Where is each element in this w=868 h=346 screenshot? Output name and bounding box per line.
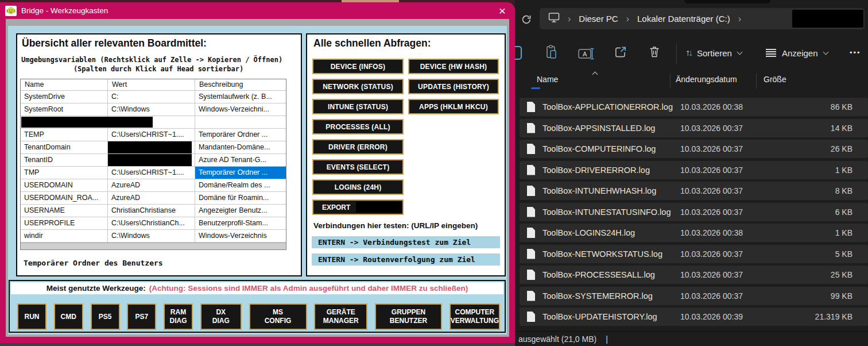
table-row[interactable]: TenantDomain Mandanten-Domäne... [21, 141, 286, 154]
breadcrumb-this-pc[interactable]: Dieser PC [579, 14, 618, 24]
title-bar[interactable]: Bridge - Werkzeugkasten × [0, 2, 515, 19]
table-row[interactable]: TEMP C:\Users\CHRIST~1.... Temporärer Or… [21, 129, 286, 141]
cell-beschreibung[interactable]: Domäne/Realm des ... [195, 179, 286, 191]
file-row[interactable]: ToolBox-PROCESSESALL.log 10.03.2026 00:3… [520, 266, 868, 284]
column-separator[interactable] [670, 74, 671, 89]
table-horizontal-scrollbar[interactable] [21, 243, 286, 249]
query-button[interactable]: INTUNE (STATUS) [312, 99, 404, 114]
cell-name[interactable]: USERDOMAIN [21, 179, 108, 191]
file-row[interactable]: ToolBox-INTUNEHWHASH.log 10.03.2026 00:3… [520, 182, 868, 200]
cell-name[interactable]: SystemRoot [21, 103, 108, 116]
cell-beschreibung[interactable]: Windows-Verzeichni... [195, 103, 286, 116]
cell-name[interactable]: USERDOMAIN_ROA... [21, 192, 108, 204]
breadcrumb-drive-c[interactable]: Lokaler Datenträger (C:) [637, 14, 730, 24]
query-button[interactable]: LOGINS (24H) [312, 179, 404, 195]
cell-name[interactable] [21, 116, 108, 128]
cell-wert[interactable]: C:\Users\ChristianCh... [108, 217, 195, 229]
query-button[interactable]: DEVICE (HW HASH) [408, 59, 499, 74]
query-button[interactable]: EVENTS (SELECT) [312, 159, 404, 175]
cell-wert[interactable]: C: [108, 91, 195, 103]
file-row[interactable]: ToolBox-UPDATEHISTORY.log 10.03.2026 00:… [520, 307, 868, 326]
file-row[interactable]: ToolBox-LOGINS24H.log 10.03.2026 00:38 1… [520, 224, 868, 242]
cell-name[interactable]: USERNAME [21, 205, 108, 217]
tool-button[interactable]: GRUPPEN BENUTZER [375, 303, 442, 330]
file-row[interactable]: ToolBox-DRIVERERROR.log 10.03.2026 00:37… [520, 161, 868, 179]
file-row[interactable]: ToolBox-NETWORKSTATUS.log 10.03.2026 00:… [520, 245, 868, 263]
query-button[interactable]: DRIVER (ERROR) [312, 139, 404, 155]
cell-wert[interactable]: AzureAD [108, 179, 195, 191]
tool-button[interactable]: RAM DIAG [164, 303, 193, 330]
tool-button[interactable]: GERÄTE MANAGER [314, 303, 367, 330]
tool-button[interactable]: PS7 [127, 303, 156, 330]
tool-button[interactable]: PS5 [91, 303, 120, 330]
cell-beschreibung[interactable]: Benutzerprofil-Stam... [195, 217, 286, 229]
query-button[interactable]: NETWORK (STATUS) [312, 79, 404, 94]
cell-wert[interactable]: C:\Windows [108, 103, 195, 116]
file-row[interactable]: ToolBox-COMPUTERINFO.log 10.03.2026 00:3… [520, 140, 868, 158]
route-trace-input[interactable]: ENTERN -> Routenverfolgung zum Ziel [312, 253, 500, 266]
copy-icon[interactable] [515, 46, 522, 60]
cell-wert[interactable]: C:\Users\CHRIST~1.... [108, 129, 195, 141]
query-button[interactable]: APPS (HKLM HKCU) [408, 99, 499, 114]
cell-wert[interactable]: AzureAD [108, 192, 195, 204]
address-bar[interactable]: › Dieser PC › Lokaler Datenträger (C:) › [540, 8, 865, 29]
file-row[interactable]: ToolBox-SYSTEMERROR.log 10.03.2026 00:37… [520, 287, 868, 305]
rename-icon[interactable]: A [578, 47, 595, 63]
more-options-icon[interactable]: ••• [850, 48, 861, 57]
column-header-wert[interactable]: Wert [108, 79, 195, 90]
table-row[interactable]: USERDOMAIN_ROA... AzureAD Domäne für Roa… [21, 192, 286, 205]
column-header-name[interactable]: Name [21, 79, 108, 90]
column-header-beschreibung[interactable]: Beschreibung [195, 79, 286, 90]
file-row[interactable]: ToolBox-APPLICATIONERROR.log 10.03.2026 … [520, 98, 868, 116]
delete-icon[interactable] [648, 45, 661, 62]
table-row[interactable]: USERNAME ChristianChristianse Angezeigte… [21, 205, 286, 217]
table-row[interactable] [21, 116, 286, 129]
table-row[interactable]: USERPROFILE C:\Users\ChristianCh... Benu… [21, 217, 286, 230]
file-column-date[interactable]: Änderungsdatum [676, 75, 737, 84]
cell-name[interactable]: TenantID [21, 154, 108, 166]
refresh-icon[interactable] [521, 14, 532, 25]
cell-name[interactable]: SystemDrive [21, 91, 108, 103]
cell-wert[interactable] [108, 154, 195, 166]
tool-button[interactable]: DX DIAG [200, 303, 242, 330]
cell-wert[interactable]: ChristianChristianse [108, 205, 195, 217]
cell-beschreibung[interactable]: Domäne für Roamin... [195, 192, 286, 204]
cell-beschreibung[interactable] [195, 116, 286, 128]
query-button[interactable]: UPDATES (HISTORY) [408, 79, 499, 94]
share-icon[interactable] [614, 45, 627, 61]
column-separator[interactable] [756, 74, 757, 89]
sort-button[interactable]: ↑↓ Sortieren [685, 45, 742, 61]
table-row[interactable]: windir C:\Windows Windows-Verzeichnis [21, 230, 286, 243]
file-column-size[interactable]: Größe [764, 75, 786, 84]
cell-wert[interactable]: C:\Users\CHRIST~1.... [108, 167, 195, 179]
cell-wert[interactable] [108, 141, 195, 153]
cell-beschreibung[interactable]: Temporärer Ordner ... [195, 167, 286, 179]
tool-button[interactable]: RUN [17, 303, 46, 330]
cell-name[interactable]: TMP [21, 167, 108, 179]
paste-icon[interactable] [545, 45, 557, 62]
table-row[interactable]: USERDOMAIN AzureAD Domäne/Realm des ... [21, 179, 286, 192]
cell-name[interactable]: TEMP [21, 129, 108, 141]
view-button[interactable]: Anzeigen [766, 45, 828, 61]
cell-name[interactable]: windir [21, 230, 108, 242]
cell-beschreibung[interactable]: Angezeigter Benutz... [195, 205, 286, 217]
connection-test-input[interactable]: ENTERN -> Verbindungstest zum Ziel [312, 236, 500, 248]
file-column-name[interactable]: Name [537, 75, 558, 84]
query-button[interactable]: PROCESSES (ALL) [312, 119, 404, 134]
table-row[interactable]: TenantID Azure AD Tenant-G... [21, 154, 286, 167]
export-button[interactable]: EXPORT [312, 199, 404, 215]
cell-beschreibung[interactable]: Windows-Verzeichnis [195, 230, 286, 242]
cell-name[interactable]: TenantDomain [21, 141, 108, 153]
cell-wert[interactable]: C:\Windows [108, 230, 195, 242]
cell-beschreibung[interactable]: Systemlaufwerk (z. B... [195, 91, 286, 103]
tool-button[interactable]: COMPUTER VERWALTUNG [450, 303, 500, 330]
cell-beschreibung[interactable]: Mandanten-Domäne... [195, 141, 286, 153]
table-row[interactable]: TMP C:\Users\CHRIST~1.... Temporärer Ord… [21, 167, 286, 179]
cell-beschreibung[interactable]: Temporärer Ordner ... [195, 129, 286, 141]
tool-button[interactable]: MS CONFIG [249, 303, 307, 330]
table-row[interactable]: SystemRoot C:\Windows Windows-Verzeichni… [21, 103, 286, 116]
file-row[interactable]: ToolBox-INTUNESTATUSINFO.log 10.03.2026 … [520, 203, 868, 221]
query-button[interactable]: DEVICE (INFOS) [312, 59, 404, 74]
close-icon[interactable]: × [499, 3, 506, 18]
cell-wert[interactable] [108, 116, 195, 128]
